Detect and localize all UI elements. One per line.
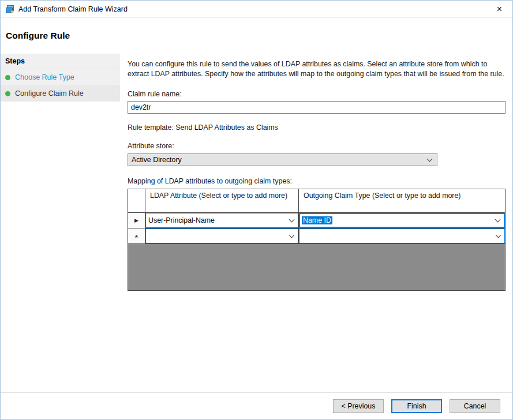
claim-rule-name-input[interactable]: [128, 101, 505, 114]
mapping-table-header: LDAP Attribute (Select or type to add mo…: [128, 189, 505, 213]
sidebar-item-choose-rule-type[interactable]: Choose Rule Type: [1, 69, 120, 85]
ldap-attribute-select[interactable]: [145, 228, 298, 243]
ldap-attribute-cell: User-Principal-Name: [145, 213, 299, 228]
column-header-outgoing-claim-type: Outgoing Claim Type (Select or type to a…: [299, 189, 505, 213]
window-title: Add Transform Claim Rule Wizard: [18, 5, 128, 13]
sidebar-item-configure-claim-rule[interactable]: Configure Claim Rule: [1, 85, 120, 102]
ldap-attribute-select[interactable]: User-Principal-Name: [145, 213, 298, 228]
wizard-window: Add Transform Claim Rule Wizard × Config…: [0, 0, 513, 420]
attribute-store-value: Active Directory: [132, 156, 182, 164]
row-selector-cell[interactable]: *: [128, 228, 145, 244]
step-label: Configure Claim Rule: [15, 89, 84, 97]
previous-button[interactable]: < Previous: [333, 399, 384, 413]
cancel-button[interactable]: Cancel: [450, 399, 500, 413]
heading-area: Configure Rule: [1, 18, 512, 54]
wizard-icon: [5, 5, 14, 14]
rule-description: You can configure this rule to send the …: [128, 59, 505, 78]
chevron-down-icon: [289, 232, 295, 238]
row-selector-cell[interactable]: ▶: [128, 213, 145, 228]
chevron-down-icon: [495, 217, 501, 223]
column-header-ldap-attribute: LDAP Attribute (Select or type to add mo…: [145, 189, 299, 213]
table-row: ▶ User-Principal-Name Name ID: [128, 213, 505, 228]
attribute-store-select[interactable]: Active Directory: [128, 153, 437, 166]
main-pane: You can configure this rule to send the …: [120, 54, 512, 392]
outgoing-claim-select[interactable]: Name ID: [299, 213, 505, 228]
content: Steps Choose Rule Type Configure Claim R…: [1, 54, 512, 392]
outgoing-claim-cell: [299, 228, 505, 244]
step-completed-dot-icon: [5, 75, 10, 80]
steps-panel: Steps Choose Rule Type Configure Claim R…: [1, 54, 120, 102]
table-empty-area: [128, 244, 505, 290]
mapping-label: Mapping of LDAP attributes to outgoing c…: [128, 177, 505, 185]
page-title: Configure Rule: [6, 31, 512, 41]
current-row-arrow-icon: ▶: [134, 217, 138, 223]
close-icon: ×: [497, 4, 502, 14]
chevron-down-icon: [496, 232, 501, 238]
outgoing-claim-cell: Name ID: [299, 213, 505, 228]
rule-template-text: Rule template: Send LDAP Attributes as C…: [128, 123, 505, 132]
header-corner-cell: [128, 189, 145, 213]
ldap-attribute-cell: [145, 228, 299, 244]
attribute-store-label: Attribute store:: [128, 142, 505, 150]
ldap-attribute-value: User-Principal-Name: [148, 216, 215, 224]
outgoing-claim-select[interactable]: [299, 228, 505, 243]
chevron-down-icon: [427, 156, 433, 162]
step-completed-dot-icon: [5, 91, 10, 96]
outgoing-claim-value: Name ID: [302, 216, 332, 224]
claim-rule-name-label: Claim rule name:: [128, 90, 505, 98]
close-button[interactable]: ×: [486, 1, 512, 17]
new-row-asterisk-icon: *: [135, 232, 138, 242]
title-bar: Add Transform Claim Rule Wizard ×: [1, 1, 512, 18]
step-label: Choose Rule Type: [15, 73, 74, 81]
steps-sidebar: Steps Choose Rule Type Configure Claim R…: [1, 54, 120, 392]
table-row: *: [128, 228, 505, 244]
footer-bar: < Previous Finish Cancel: [1, 392, 512, 419]
mapping-table: LDAP Attribute (Select or type to add mo…: [128, 189, 505, 291]
finish-button[interactable]: Finish: [391, 399, 442, 413]
chevron-down-icon: [289, 217, 295, 223]
steps-header: Steps: [1, 54, 120, 69]
